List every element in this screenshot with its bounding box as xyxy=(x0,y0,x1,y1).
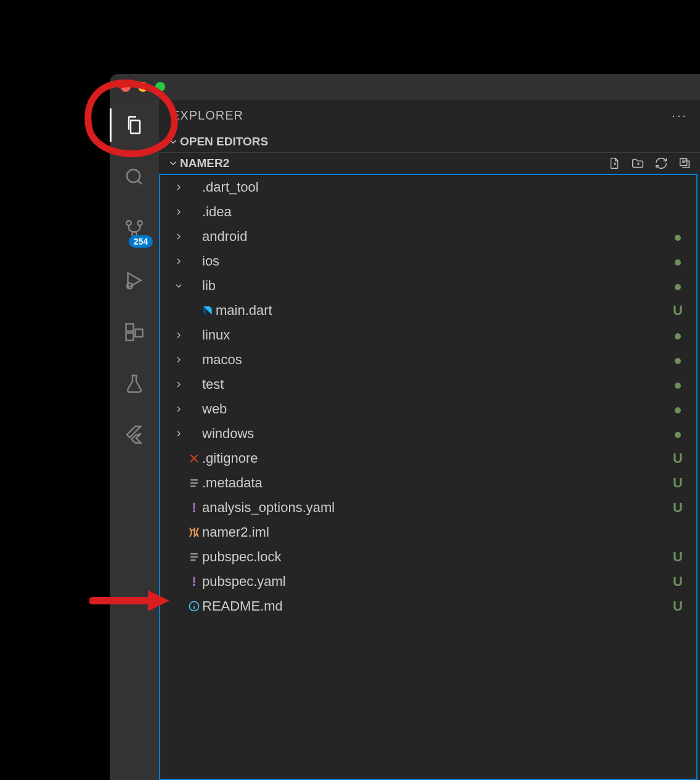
yaml-icon: ! xyxy=(186,501,202,514)
git-status-letter: U xyxy=(670,303,685,319)
run-debug-icon xyxy=(123,269,145,291)
chevron-right-icon[interactable] xyxy=(171,232,186,242)
tree-folder[interactable]: linux xyxy=(160,323,696,347)
tree-folder[interactable]: .dart_tool xyxy=(160,175,696,200)
new-file-icon[interactable] xyxy=(608,156,621,170)
sidebar-more-button[interactable]: ··· xyxy=(672,108,688,123)
git-modified-dot xyxy=(670,278,685,294)
tree-file[interactable]: !analysis_options.yamlU xyxy=(160,495,696,520)
svg-rect-7 xyxy=(136,330,143,337)
tree-item-label: web xyxy=(202,401,670,417)
tree-folder[interactable]: ios xyxy=(160,249,696,274)
sidebar-title-row: EXPLORER ··· xyxy=(159,100,700,131)
zoom-window-button[interactable] xyxy=(155,82,165,92)
beaker-icon xyxy=(123,373,145,395)
tree-folder[interactable]: test xyxy=(160,372,696,397)
activity-bar: 254 xyxy=(110,100,159,780)
tree-item-label: pubspec.yaml xyxy=(202,574,670,590)
chevron-right-icon[interactable] xyxy=(171,380,186,389)
chevron-right-icon[interactable] xyxy=(171,207,186,217)
git-status-letter: U xyxy=(670,475,685,491)
files-icon xyxy=(123,114,145,136)
close-window-button[interactable] xyxy=(121,82,131,92)
file-tree[interactable]: .dart_tool.ideaandroidioslibmain.dartUli… xyxy=(159,174,698,780)
tree-file[interactable]: .gitignoreU xyxy=(160,446,696,471)
tree-item-label: namer2.iml xyxy=(202,524,670,540)
svg-point-1 xyxy=(126,221,131,225)
tree-file[interactable]: pubspec.lockU xyxy=(160,545,696,569)
tree-item-label: pubspec.lock xyxy=(202,549,670,565)
collapse-all-icon[interactable] xyxy=(678,156,691,170)
iml-icon xyxy=(186,526,202,538)
git-modified-dot xyxy=(670,327,685,343)
svg-point-0 xyxy=(127,169,140,182)
section-open-editors-label: OPEN EDITORS xyxy=(180,135,268,148)
tree-item-label: .gitignore xyxy=(202,450,670,466)
chevron-right-icon[interactable] xyxy=(171,256,186,266)
git-modified-dot xyxy=(670,401,685,417)
tree-item-label: analysis_options.yaml xyxy=(202,500,670,516)
source-control-badge: 254 xyxy=(129,235,153,248)
tree-folder[interactable]: windows xyxy=(160,421,696,446)
tree-item-label: test xyxy=(202,376,670,392)
activitybar-extensions[interactable] xyxy=(110,315,159,349)
git-icon xyxy=(186,452,202,465)
tree-item-label: windows xyxy=(202,426,670,442)
tree-item-label: macos xyxy=(202,352,670,368)
git-modified-dot xyxy=(670,426,685,442)
git-modified-dot xyxy=(670,352,685,368)
activitybar-flutter[interactable] xyxy=(110,419,159,452)
git-status-letter: U xyxy=(670,500,685,516)
tree-folder[interactable]: macos xyxy=(160,347,696,372)
tree-item-label: .dart_tool xyxy=(202,179,670,195)
tree-item-label: README.md xyxy=(202,598,670,614)
activitybar-source-control[interactable]: 254 xyxy=(110,212,159,245)
git-status-letter: U xyxy=(670,598,685,614)
tree-item-label: main.dart xyxy=(216,303,670,319)
sidebar: EXPLORER ··· OPEN EDITORS NAMER2 xyxy=(159,100,700,780)
activitybar-testing[interactable] xyxy=(110,367,159,400)
activitybar-run-debug[interactable] xyxy=(110,264,159,297)
chevron-down-icon[interactable] xyxy=(171,281,186,291)
refresh-icon[interactable] xyxy=(654,156,668,170)
sidebar-title: EXPLORER xyxy=(171,108,243,123)
chevron-right-icon[interactable] xyxy=(171,355,186,365)
tree-file[interactable]: README.mdU xyxy=(160,594,696,619)
info-icon xyxy=(186,600,202,612)
dart-icon xyxy=(200,304,216,317)
minimize-window-button[interactable] xyxy=(138,82,148,92)
tree-folder[interactable]: .idea xyxy=(160,200,696,224)
tree-file[interactable]: main.dartU xyxy=(160,298,696,323)
activitybar-search[interactable] xyxy=(110,160,159,193)
lines-icon xyxy=(186,477,202,489)
tree-file[interactable]: .metadataU xyxy=(160,471,696,495)
project-header-actions xyxy=(608,156,691,170)
tree-item-label: linux xyxy=(202,327,670,343)
tree-item-label: .metadata xyxy=(202,475,670,491)
git-modified-dot xyxy=(670,229,685,245)
extensions-icon xyxy=(123,321,145,343)
tree-item-label: lib xyxy=(202,278,670,294)
section-project-label: NAMER2 xyxy=(180,156,229,170)
tree-folder[interactable]: lib xyxy=(160,274,696,298)
git-modified-dot xyxy=(670,253,685,269)
window-body: 254 EXPLORER ··· xyxy=(110,100,700,780)
svg-point-2 xyxy=(137,221,142,225)
section-open-editors[interactable]: OPEN EDITORS xyxy=(159,131,700,152)
activitybar-explorer[interactable] xyxy=(110,108,159,142)
tree-file[interactable]: !pubspec.yamlU xyxy=(160,569,696,594)
new-folder-icon[interactable] xyxy=(631,156,645,170)
tree-file[interactable]: namer2.iml xyxy=(160,520,696,545)
git-status-letter: U xyxy=(670,450,685,466)
section-project[interactable]: NAMER2 xyxy=(159,152,700,174)
flutter-icon xyxy=(123,425,145,447)
chevron-down-icon xyxy=(166,158,180,169)
chevron-right-icon[interactable] xyxy=(171,404,186,414)
tree-folder[interactable]: web xyxy=(160,397,696,421)
tree-folder[interactable]: android xyxy=(160,224,696,249)
git-status-letter: U xyxy=(670,549,685,565)
chevron-right-icon[interactable] xyxy=(171,182,186,192)
lines-icon xyxy=(186,551,202,563)
chevron-right-icon[interactable] xyxy=(171,330,186,340)
chevron-right-icon[interactable] xyxy=(171,429,186,439)
